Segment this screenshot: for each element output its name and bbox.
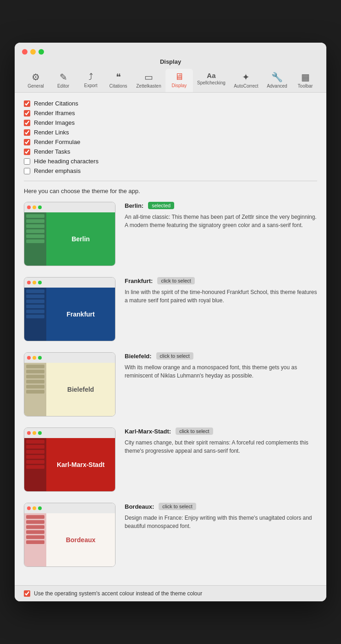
render-images-label: Render Images <box>34 119 75 126</box>
bordeaux-description: Design made in France: Enjoy writing wit… <box>125 514 317 530</box>
bielefeld-description: With its mellow orange and a monospaced … <box>125 363 317 380</box>
karlmarxstadt-sidebar-line-4 <box>26 455 44 459</box>
berlin-tl-red <box>27 205 31 209</box>
render-emphasis-checkbox[interactable] <box>24 168 30 174</box>
berlin-main-area: Berlin <box>46 212 115 266</box>
bielefeld-info: Bielefeld: click to select With its mell… <box>125 352 317 380</box>
karlmarxstadt-preview[interactable]: Karl-Marx-Stadt <box>24 427 116 492</box>
frankfurt-sidebar-line-3 <box>26 300 44 303</box>
render-formulae-checkbox[interactable] <box>24 139 30 145</box>
toolbar-item-editor-label: Editor <box>57 83 69 89</box>
toolbar-item-toolbar-label: Toolbar <box>298 83 313 89</box>
editor-icon: ✎ <box>60 72 67 83</box>
main-window: Display ⚙ General ✎ Editor ⤴ Export ❝ Ci… <box>15 43 326 601</box>
bielefeld-sidebar-line-3 <box>26 375 44 378</box>
render-citations-checkbox[interactable] <box>24 100 30 107</box>
render-iframes-checkbox[interactable] <box>24 110 30 117</box>
karlmarxstadt-select-badge[interactable]: click to select <box>176 427 213 435</box>
frankfurt-body: Frankfurt <box>24 288 115 341</box>
frankfurt-sidebar-line-2 <box>26 294 44 298</box>
zettelkasten-icon: ▭ <box>144 72 153 83</box>
render-formulae-label: Render Formulae <box>34 139 80 145</box>
accent-color-label: Use the operating system's accent colour… <box>34 590 202 597</box>
toolbar-item-advanced[interactable]: 🔧 Advanced <box>263 69 292 92</box>
render-tasks-checkbox[interactable] <box>24 149 30 155</box>
karlmarxstadt-sidebar-line-2 <box>26 445 44 449</box>
general-icon: ⚙ <box>32 72 40 83</box>
minimize-button[interactable] <box>30 49 36 55</box>
checkbox-row-render-tasks: Render Tasks <box>24 148 317 155</box>
render-iframes-label: Render Iframes <box>34 110 75 117</box>
karlmarxstadt-sidebar <box>24 438 46 491</box>
theme-card-karlmarxstadt: Karl-Marx-Stadt Karl-Marx-Stadt: click t… <box>24 427 317 492</box>
theme-card-bielefeld: Bielefeld Bielefeld: click to select Wit… <box>24 352 317 416</box>
bordeaux-sidebar-line-2 <box>26 520 44 524</box>
frankfurt-sidebar-line-1 <box>26 289 44 293</box>
bordeaux-sidebar-line-5 <box>26 535 44 539</box>
advanced-icon: 🔧 <box>271 72 283 83</box>
frankfurt-tl-red <box>27 281 31 284</box>
berlin-sidebar-line-5 <box>26 234 44 238</box>
toolbar-item-citations[interactable]: ❝ Citations <box>104 69 132 92</box>
frankfurt-main-area: Frankfurt <box>46 288 115 341</box>
render-images-checkbox[interactable] <box>24 120 30 126</box>
berlin-selected-badge[interactable]: selected <box>148 202 174 209</box>
bielefeld-tl-red <box>27 356 31 360</box>
spellchecking-icon: Aa <box>207 72 215 79</box>
checkbox-list: Render Citations Render Iframes Render I… <box>24 100 317 174</box>
bordeaux-info: Bordeaux: click to select Design made in… <box>125 503 317 530</box>
karlmarxstadt-sidebar-line-3 <box>26 450 44 454</box>
divider-1 <box>24 181 317 181</box>
maximize-button[interactable] <box>38 49 44 55</box>
theme-section-description: Here you can choose the theme for the ap… <box>24 188 317 194</box>
hide-heading-label: Hide heading characters <box>34 158 99 165</box>
berlin-titlebar <box>24 202 115 212</box>
toolbar-item-general[interactable]: ⚙ General <box>22 69 50 92</box>
bordeaux-tl-red <box>27 506 31 510</box>
bielefeld-select-badge[interactable]: click to select <box>156 352 193 360</box>
display-icon: 🖥 <box>175 72 184 82</box>
theme-card-frankfurt: Frankfurt Frankfurt: click to select In … <box>24 277 317 341</box>
toolbar-item-display[interactable]: 🖥 Display <box>165 69 193 92</box>
karlmarxstadt-name-row: Karl-Marx-Stadt: click to select <box>125 427 317 435</box>
bielefeld-tl-green <box>38 356 42 360</box>
bordeaux-sidebar-line-4 <box>26 530 44 534</box>
berlin-body: Berlin <box>24 212 115 266</box>
bordeaux-select-badge[interactable]: click to select <box>159 503 196 510</box>
toolbar-item-toolbar[interactable]: ▦ Toolbar <box>292 69 319 92</box>
bordeaux-name: Bordeaux: <box>125 503 154 510</box>
toolbar-item-zettelkasten-label: Zettelkasten <box>136 83 161 89</box>
karlmarxstadt-sidebar-line-1 <box>26 440 44 444</box>
traffic-lights <box>22 49 44 55</box>
render-emphasis-label: Render emphasis <box>34 167 81 174</box>
toolbar-item-export[interactable]: ⤴ Export <box>77 69 104 92</box>
berlin-preview[interactable]: Berlin <box>24 202 116 266</box>
render-tasks-label: Render Tasks <box>34 148 70 155</box>
hide-heading-checkbox[interactable] <box>24 158 30 165</box>
toolbar-item-editor[interactable]: ✎ Editor <box>50 69 77 92</box>
render-links-checkbox[interactable] <box>24 129 30 136</box>
bordeaux-preview[interactable]: Bordeaux <box>24 503 116 567</box>
frankfurt-select-badge[interactable]: click to select <box>157 277 194 284</box>
autocorrect-icon: ✦ <box>242 72 250 83</box>
toolbar-item-zettelkasten[interactable]: ▭ Zettelkasten <box>132 69 165 92</box>
toolbar-item-export-label: Export <box>84 83 98 88</box>
toolbar-item-spellchecking[interactable]: Aa Spellchecking <box>193 69 230 92</box>
bielefeld-preview[interactable]: Bielefeld <box>24 352 116 416</box>
toolbar-item-autocorrect[interactable]: ✦ AutoCorrect <box>230 69 263 92</box>
accent-color-checkbox[interactable] <box>24 590 30 597</box>
berlin-description: An all-time classic: This theme has been… <box>125 213 317 229</box>
toolbar-item-general-label: General <box>28 83 44 89</box>
frankfurt-preview[interactable]: Frankfurt <box>24 277 116 341</box>
render-citations-label: Render Citations <box>34 100 78 107</box>
berlin-info: Berlin: selected An all-time classic: Th… <box>125 202 317 229</box>
berlin-sidebar-line-4 <box>26 229 44 233</box>
frankfurt-info: Frankfurt: click to select In line with … <box>125 277 317 305</box>
bielefeld-titlebar <box>24 353 115 363</box>
toolbar-item-autocorrect-label: AutoCorrect <box>234 83 258 89</box>
bielefeld-sidebar-line-1 <box>26 365 44 368</box>
bielefeld-sidebar-line-2 <box>26 370 44 373</box>
close-button[interactable] <box>22 49 28 55</box>
theme-card-bordeaux: Bordeaux Bordeaux: click to select Desig… <box>24 503 317 567</box>
toolbar: ⚙ General ✎ Editor ⤴ Export ❝ Citations … <box>22 69 319 92</box>
